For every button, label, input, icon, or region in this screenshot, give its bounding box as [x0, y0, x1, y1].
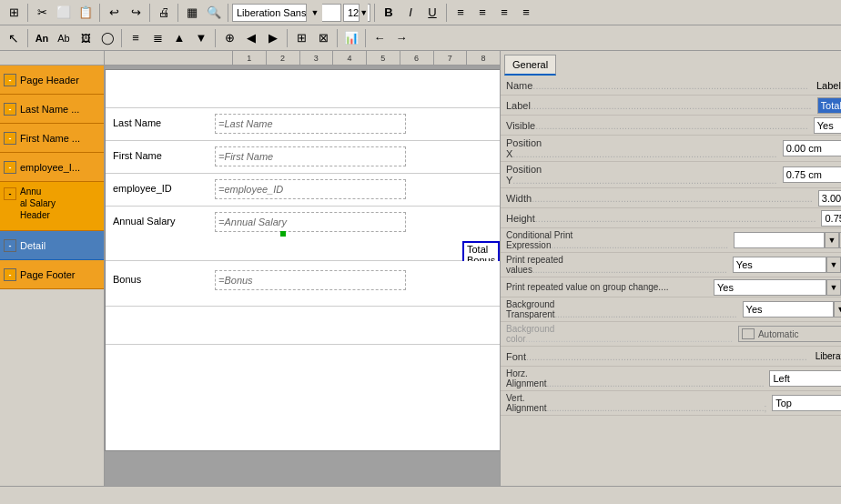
prop-label-cond-print: Conditional Print Expression............… [501, 228, 734, 252]
nav-back-icon[interactable]: ← [370, 28, 390, 48]
font-size-value: 12 [348, 7, 359, 18]
first-name-input: =First Name [215, 146, 406, 166]
prop-value-cond-print: ▼ ... [734, 232, 841, 248]
redo-icon[interactable]: ↪ [126, 3, 146, 23]
section-label-last-name: Last Name ... [20, 104, 79, 115]
ruler-tick-3: 3 [299, 51, 333, 65]
list2-icon[interactable]: ≣ [147, 28, 167, 48]
app-icon[interactable]: ⊞ [4, 3, 24, 23]
section-icon-annual: - [4, 187, 16, 200]
paste-icon[interactable]: 📋 [76, 3, 96, 23]
left-icon[interactable]: ◀ [241, 28, 261, 48]
employee-id-label: employee_ID [113, 183, 172, 194]
prop-visible-input[interactable] [814, 117, 841, 134]
prop-value-height: ▲ ▼ [821, 210, 841, 227]
text-label-icon[interactable]: An [32, 28, 52, 48]
prop-vert-align-input[interactable] [772, 395, 841, 411]
image-icon[interactable]: 🖼 [76, 28, 96, 48]
canvas-area: 1 2 3 4 5 6 7 8 Last Name =Last Name Fir… [105, 51, 500, 486]
section-last-name[interactable]: - Last Name ... [0, 95, 104, 124]
handle-br[interactable] [280, 231, 286, 237]
section-icon-page-footer: - [4, 268, 16, 281]
prop-row-print-group: Print repeated value on group change....… [501, 277, 841, 297]
right-icon[interactable]: ▶ [263, 28, 283, 48]
prop-label-print-repeated: Print repeated values...................… [501, 253, 733, 277]
print-icon[interactable]: 🖨 [154, 3, 174, 23]
select-icon[interactable]: ↖ [4, 28, 24, 48]
prop-label-input[interactable] [817, 97, 841, 114]
grid-icon[interactable]: ⊞ [291, 28, 311, 48]
prop-value-print-group: ▼ [714, 279, 841, 296]
prop-label-width: Width...................................… [501, 191, 818, 206]
prop-value-label[interactable]: ▼ [817, 97, 841, 114]
sep-4 [177, 4, 178, 22]
prop-cond-print-input[interactable] [734, 232, 825, 248]
prop-label-bg-transparent: Background Transparent..................… [501, 297, 743, 321]
first-name-label: First Name [113, 150, 162, 161]
prop-row-name: Name....................................… [501, 76, 841, 96]
prop-bg-transparent-input[interactable] [743, 301, 834, 318]
align-left-icon[interactable]: ≡ [451, 3, 471, 23]
insert-row-icon[interactable]: ⊕ [219, 28, 239, 48]
toolbar-2: ↖ An Ab 🖼 ◯ ≡ ≣ ▲ ▼ ⊕ ◀ ▶ ⊞ ⊠ 📊 ← → [0, 25, 841, 51]
down-icon[interactable]: ▼ [191, 28, 211, 48]
text-field-icon[interactable]: Ab [54, 28, 74, 48]
props-tab-general[interactable]: General [504, 55, 556, 76]
zoom-icon[interactable]: 🔍 [204, 3, 224, 23]
chart-icon[interactable]: ◯ [97, 28, 117, 48]
font-size-dropdown[interactable]: ▼ [359, 4, 368, 22]
bar-chart-icon[interactable]: 📊 [341, 28, 361, 48]
prop-print-group-input[interactable] [714, 279, 826, 296]
prop-print-repeated-dropdown[interactable]: ▼ [826, 257, 841, 273]
canvas-page-header [106, 70, 500, 108]
prop-horz-align-input[interactable] [769, 370, 841, 387]
list-icon[interactable]: ≡ [126, 28, 146, 48]
prop-width-input[interactable] [818, 190, 841, 207]
prop-value-position-x: ▲ ▼ [783, 140, 841, 156]
prop-height-input[interactable] [821, 210, 841, 227]
prop-position-y-input[interactable] [783, 166, 841, 183]
justify-icon[interactable]: ≡ [516, 3, 536, 23]
sep-t2-5 [337, 29, 338, 47]
prop-print-repeated-input[interactable] [733, 257, 826, 273]
bold-icon[interactable]: B [379, 3, 399, 23]
underline-icon[interactable]: U [422, 3, 442, 23]
section-page-footer[interactable]: - Page Footer [0, 260, 104, 289]
prop-value-bg-color: Automatic ▼ [738, 326, 841, 342]
align-right-icon[interactable]: ≡ [494, 3, 514, 23]
canvas-annual-header: Annual Salary =Annual Salary Total Bonus [106, 207, 500, 261]
nav-fwd-icon[interactable]: → [391, 28, 411, 48]
prop-cond-print-dropdown[interactable]: ▼ [825, 232, 839, 248]
section-employee-id[interactable]: - employee_I... [0, 153, 104, 182]
prop-label-vert-align: Vert. Alignment.........................… [501, 391, 772, 415]
copy-icon[interactable]: ⬜ [54, 3, 74, 23]
prop-position-x-input[interactable] [783, 140, 841, 156]
section-label-annual: Annual SalaryHeader [20, 186, 56, 221]
section-detail[interactable]: - Detail [0, 231, 104, 260]
font-size-box[interactable]: 12 ▼ [343, 4, 370, 22]
section-annual-salary[interactable]: - Annual SalaryHeader [0, 182, 104, 231]
prop-bg-transparent-dropdown[interactable]: ▼ [834, 301, 841, 318]
bonus-label: Bonus [113, 274, 141, 285]
up-icon[interactable]: ▲ [169, 28, 189, 48]
sep-t2-4 [287, 29, 288, 47]
prop-print-group-dropdown[interactable]: ▼ [826, 279, 841, 296]
ruler-tick-4: 4 [332, 51, 366, 65]
layout-icon[interactable]: ▦ [182, 3, 202, 23]
section-page-header[interactable]: - Page Header [0, 66, 104, 95]
prop-label-label: Label...................................… [501, 98, 817, 113]
cut-icon[interactable]: ✂ [32, 3, 52, 23]
merge-icon[interactable]: ⊠ [313, 28, 333, 48]
section-first-name[interactable]: - First Name ... [0, 124, 104, 153]
sep-t2-6 [365, 29, 366, 47]
font-name-dropdown[interactable]: ▼ [306, 4, 322, 22]
canvas-first-name: First Name =First Name [106, 141, 500, 174]
font-name-box[interactable]: Liberation Sans ▼ [232, 4, 341, 22]
canvas-document: Last Name =Last Name First Name =First N… [105, 69, 500, 451]
prop-row-position-y: Position Y..............................… [501, 162, 841, 188]
italic-icon[interactable]: I [400, 3, 420, 23]
prop-value-bg-transparent: ▼ [743, 301, 841, 318]
sep-t2-1 [27, 29, 28, 47]
align-center-icon[interactable]: ≡ [472, 3, 492, 23]
undo-icon[interactable]: ↩ [104, 3, 124, 23]
